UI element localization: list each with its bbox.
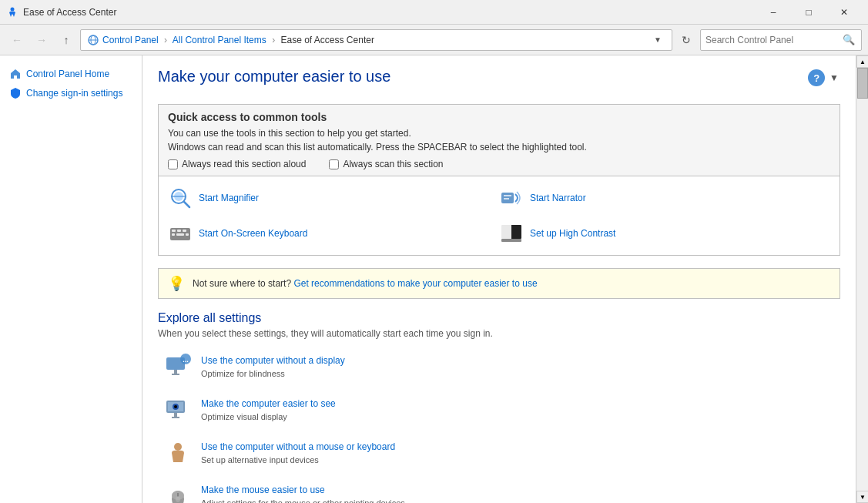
window-title: Ease of Access Center bbox=[23, 7, 116, 18]
tool-keyboard[interactable]: Start On-Screen Keyboard bbox=[168, 218, 499, 249]
maximize-button[interactable]: □ bbox=[791, 0, 826, 25]
page-title: Make your computer easier to use bbox=[158, 68, 390, 86]
breadcrumb-control-panel[interactable]: Control Panel bbox=[102, 35, 159, 45]
globe-icon bbox=[87, 34, 99, 46]
search-bar: 🔍 bbox=[700, 29, 862, 51]
scrollbar-track bbox=[856, 68, 868, 491]
checkbox-read-aloud-label: Always read this section aloud bbox=[182, 159, 306, 169]
minimize-button[interactable]: – bbox=[756, 0, 791, 25]
svg-text:...: ... bbox=[183, 356, 189, 364]
hint-box: 💡 Not sure where to start? Get recommend… bbox=[158, 268, 840, 299]
quick-access-desc2: Windows can read and scan this list auto… bbox=[168, 140, 830, 154]
main-layout: Control Panel Home Change sign-in settin… bbox=[0, 55, 868, 503]
setting-easier-see-link[interactable]: Make the computer easier to see bbox=[201, 398, 834, 409]
search-input[interactable] bbox=[705, 35, 838, 45]
scrollbar-thumb[interactable] bbox=[857, 68, 868, 99]
svg-point-32 bbox=[174, 443, 182, 451]
checkbox-scan[interactable]: Always scan this section bbox=[329, 159, 443, 169]
lightbulb-icon: 💡 bbox=[168, 275, 185, 292]
search-button[interactable]: 🔍 bbox=[841, 32, 856, 48]
svg-point-29 bbox=[174, 405, 177, 408]
sidebar-item-signin[interactable]: Change sign-in settings bbox=[0, 84, 142, 103]
title-bar-controls: – □ ✕ bbox=[756, 0, 862, 25]
svg-rect-19 bbox=[501, 225, 511, 239]
breadcrumb-all-items[interactable]: All Control Panel Items bbox=[173, 35, 266, 45]
setting-mouse-easier[interactable]: Make the mouse easier to use Adjust sett… bbox=[158, 478, 840, 503]
home-icon bbox=[9, 68, 22, 80]
tool-narrator[interactable]: Start Narrator bbox=[499, 183, 830, 213]
tool-contrast[interactable]: Set up High Contrast bbox=[499, 218, 830, 249]
address-bar[interactable]: Control Panel › All Control Panel Items … bbox=[80, 29, 672, 51]
quick-access-tools: Start Magnifier Start Narrator bbox=[159, 176, 840, 255]
setting-no-mouse-info: Use the computer without a mouse or keyb… bbox=[201, 441, 834, 465]
sidebar-item-label: Control Panel Home bbox=[26, 68, 109, 81]
quick-access-title: Quick access to common tools bbox=[168, 111, 830, 123]
scroll-up-button[interactable]: ▲ bbox=[856, 55, 868, 68]
svg-rect-23 bbox=[172, 374, 179, 375]
hint-text: Not sure where to start? Get recommendat… bbox=[193, 278, 538, 289]
scroll-down-button[interactable]: ▼ bbox=[856, 491, 868, 503]
breadcrumb: Control Panel › All Control Panel Items … bbox=[102, 35, 647, 45]
setting-no-display[interactable]: ... Use the computer without a display O… bbox=[158, 348, 840, 385]
svg-rect-15 bbox=[172, 233, 175, 236]
up-button[interactable]: ↑ bbox=[55, 29, 77, 51]
help-button[interactable]: ? bbox=[808, 69, 825, 86]
svg-point-0 bbox=[11, 7, 15, 11]
expand-button[interactable]: ▼ bbox=[828, 72, 840, 83]
svg-rect-17 bbox=[186, 233, 189, 236]
tool-narrator-label: Start Narrator bbox=[530, 193, 586, 203]
easier-see-icon bbox=[164, 396, 192, 424]
shield-icon bbox=[9, 87, 22, 99]
high-contrast-icon bbox=[499, 221, 524, 246]
setting-mouse-easier-link[interactable]: Make the mouse easier to use bbox=[201, 485, 834, 495]
nav-bar: ← → ↑ Control Panel › All Control Panel … bbox=[0, 25, 868, 55]
tool-magnifier[interactable]: Start Magnifier bbox=[168, 183, 499, 213]
onscreen-keyboard-icon bbox=[168, 221, 193, 246]
setting-no-display-desc: Optimize for blindness bbox=[201, 369, 285, 378]
sidebar-item-control-panel-home[interactable]: Control Panel Home bbox=[0, 65, 142, 84]
setting-no-mouse-desc: Set up alternative input devices bbox=[201, 455, 319, 464]
content-area: Make your computer easier to use ? ▼ Qui… bbox=[142, 55, 856, 503]
setting-easier-see-info: Make the computer easier to see Optimize… bbox=[201, 398, 834, 422]
svg-rect-13 bbox=[177, 230, 181, 232]
setting-mouse-easier-info: Make the mouse easier to use Adjust sett… bbox=[201, 485, 834, 504]
title-bar-left: Ease of Access Center bbox=[6, 6, 116, 18]
setting-no-mouse[interactable]: Use the computer without a mouse or keyb… bbox=[158, 434, 840, 471]
narrator-icon bbox=[499, 186, 524, 210]
svg-rect-14 bbox=[183, 230, 186, 232]
quick-access-box: Quick access to common tools You can use… bbox=[158, 104, 840, 256]
address-dropdown-button[interactable]: ▼ bbox=[650, 30, 665, 50]
explore-desc: When you select these settings, they wil… bbox=[158, 328, 840, 339]
checkbox-read-aloud-input[interactable] bbox=[168, 159, 178, 169]
tool-keyboard-label: Start On-Screen Keyboard bbox=[199, 228, 307, 239]
setting-no-display-link[interactable]: Use the computer without a display bbox=[201, 355, 834, 366]
svg-rect-10 bbox=[504, 198, 509, 200]
close-button[interactable]: ✕ bbox=[826, 0, 862, 25]
refresh-button[interactable]: ↻ bbox=[675, 29, 697, 51]
quick-access-header: Quick access to common tools You can use… bbox=[159, 105, 840, 176]
sidebar-item-label: Change sign-in settings bbox=[26, 87, 122, 100]
quick-access-checkboxes: Always read this section aloud Always sc… bbox=[168, 159, 830, 169]
setting-no-mouse-link[interactable]: Use the computer without a mouse or keyb… bbox=[201, 441, 834, 452]
setting-easier-see-desc: Optimize visual display bbox=[201, 412, 287, 421]
hint-link[interactable]: Get recommendations to make your compute… bbox=[293, 278, 537, 289]
scrollbar-right[interactable]: ▲ ▼ bbox=[856, 55, 868, 503]
svg-rect-30 bbox=[174, 413, 177, 417]
mouse-icon bbox=[164, 482, 192, 503]
svg-rect-31 bbox=[172, 417, 179, 418]
tool-magnifier-label: Start Magnifier bbox=[199, 193, 259, 203]
quick-access-desc1: You can use the tools in this section to… bbox=[168, 126, 830, 140]
forward-button[interactable]: → bbox=[31, 29, 52, 51]
checkbox-scan-input[interactable] bbox=[329, 159, 339, 169]
checkbox-read-aloud[interactable]: Always read this section aloud bbox=[168, 159, 306, 169]
setting-mouse-easier-desc: Adjust settings for the mouse or other p… bbox=[201, 498, 405, 504]
magnifier-icon bbox=[168, 186, 193, 210]
title-bar: Ease of Access Center – □ ✕ bbox=[0, 0, 868, 25]
checkbox-scan-label: Always scan this section bbox=[343, 159, 443, 169]
setting-easier-see[interactable]: Make the computer easier to see Optimize… bbox=[158, 391, 840, 428]
back-button[interactable]: ← bbox=[6, 29, 28, 51]
svg-rect-9 bbox=[504, 195, 511, 196]
explore-title: Explore all settings bbox=[158, 311, 840, 325]
svg-point-36 bbox=[176, 496, 180, 502]
svg-rect-16 bbox=[176, 233, 184, 236]
